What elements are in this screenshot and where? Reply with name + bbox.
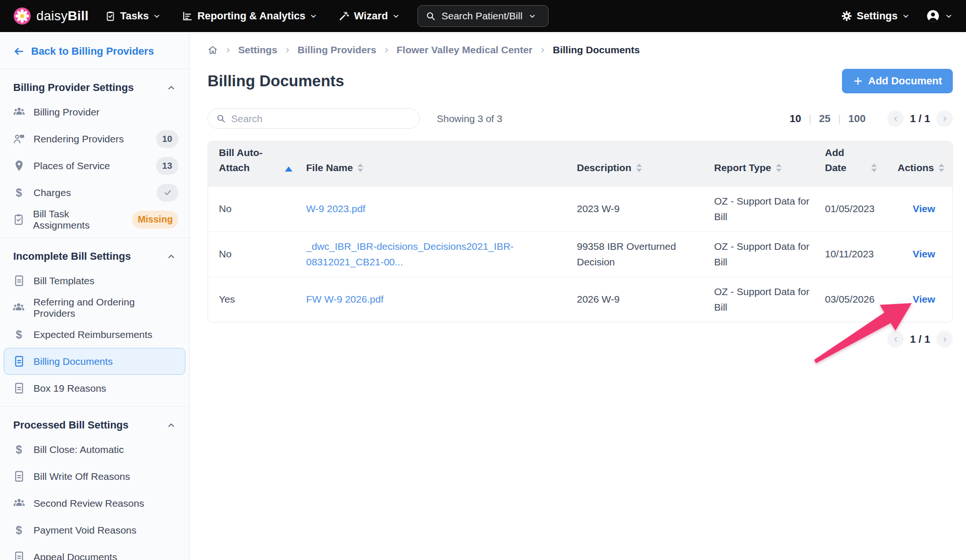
nav-wizard-menu[interactable]: Wizard	[338, 10, 400, 22]
sidebar-item-billing-documents[interactable]: Billing Documents	[4, 348, 185, 375]
sidebar-item-bill-task-assignments[interactable]: Bill Task Assignments Missing	[4, 206, 185, 233]
pagination-top: 1 / 1	[887, 110, 953, 127]
chevron-up-icon[interactable]	[167, 83, 176, 92]
cell-description: 2023 W-9	[577, 201, 620, 217]
dollar-icon: $	[12, 187, 26, 198]
section-title: Billing Provider Settings	[13, 82, 133, 94]
home-icon[interactable]	[208, 45, 218, 55]
brand-logo[interactable]: daisyBill	[13, 7, 89, 25]
nav-reporting-label: Reporting & Analytics	[197, 10, 305, 22]
dollar-icon: $	[12, 525, 26, 536]
page-size-10[interactable]: 10	[790, 113, 801, 125]
column-actions[interactable]: Actions	[898, 141, 953, 186]
column-add-date[interactable]: Add Date	[825, 141, 898, 186]
breadcrumb-separator-icon	[284, 47, 291, 54]
chevron-down-icon	[392, 12, 400, 20]
file-link[interactable]: FW W-9 2026.pdf	[306, 292, 383, 307]
chart-icon	[182, 10, 193, 22]
sidebar-item-bill-templates[interactable]: Bill Templates	[4, 267, 185, 294]
sidebar-item-places-of-service[interactable]: Places of Service 13	[4, 152, 185, 179]
people-plus-icon	[12, 106, 26, 118]
page-indicator: 1 / 1	[910, 333, 930, 346]
breadcrumb-billing-providers[interactable]: Billing Providers	[298, 44, 376, 56]
pagination-bottom: 1 / 1	[887, 331, 953, 347]
nav-settings-label: Settings	[857, 10, 898, 22]
nav-settings-menu[interactable]: Settings	[841, 10, 910, 22]
add-document-button[interactable]: Add Document	[842, 69, 953, 93]
file-link[interactable]: _dwc_IBR_IBR-decisions_Decisions2021_IBR…	[306, 239, 565, 270]
document-icon	[12, 382, 26, 395]
nav-reporting-menu[interactable]: Reporting & Analytics	[182, 10, 317, 22]
top-navbar: daisyBill Tasks Reporting & Analytics Wi…	[0, 0, 966, 32]
table-row: No W-9 2023.pdf 2023 W-9 OZ - Support Da…	[208, 186, 952, 231]
chevron-down-icon	[153, 12, 161, 20]
wand-icon	[338, 10, 350, 22]
global-search-button[interactable]: Search Patient/Bill	[417, 5, 549, 27]
column-bill-auto-attach[interactable]: Bill Auto-Attach	[219, 141, 306, 186]
sidebar-item-rendering-providers[interactable]: Rendering Providers 10	[4, 125, 185, 152]
breadcrumb-provider-name[interactable]: Flower Valley Medical Center	[397, 44, 533, 56]
main-content: Settings Billing Providers Flower Valley…	[190, 32, 966, 560]
breadcrumb-current: Billing Documents	[553, 44, 640, 56]
view-link[interactable]: View	[913, 247, 935, 262]
chevron-down-icon	[309, 12, 317, 20]
chevron-up-icon[interactable]	[167, 420, 176, 430]
column-file-name[interactable]: File Name	[306, 141, 577, 186]
search-icon	[216, 114, 226, 124]
view-link[interactable]: View	[913, 292, 935, 307]
back-to-billing-providers-link[interactable]: Back to Billing Providers	[0, 32, 189, 69]
nav-tasks-menu[interactable]: Tasks	[105, 10, 161, 22]
chevron-down-icon	[528, 12, 536, 20]
sidebar-item-charges[interactable]: $ Charges	[4, 179, 185, 206]
chevron-left-icon	[892, 115, 899, 123]
sidebar-item-billing-provider[interactable]: Billing Provider	[4, 99, 185, 125]
tasks-clipboard-icon	[105, 10, 116, 22]
chevron-up-icon[interactable]	[167, 252, 176, 261]
sidebar-item-second-review-reasons[interactable]: Second Review Reasons	[4, 490, 185, 517]
next-page-button[interactable]	[936, 110, 953, 127]
page-size-100[interactable]: 100	[848, 113, 866, 125]
column-report-type[interactable]: Report Type	[714, 141, 825, 186]
column-description[interactable]: Description	[577, 141, 714, 186]
page-size-25[interactable]: 25	[819, 113, 830, 125]
sidebar-item-bill-write-off-reasons[interactable]: Bill Write Off Reasons	[4, 463, 185, 490]
cell-report-type: OZ - Support Data for Bill	[714, 194, 813, 224]
count-badge: 10	[156, 130, 178, 148]
dollar-icon: $	[12, 444, 26, 455]
section-title: Processed Bill Settings	[13, 419, 129, 431]
brand-name: daisyBill	[36, 8, 89, 24]
chevron-down-icon	[902, 12, 910, 20]
cell-auto-attach: No	[219, 187, 306, 231]
dollar-icon: $	[12, 329, 26, 340]
location-pin-icon	[12, 159, 26, 172]
user-account-menu[interactable]	[926, 9, 953, 23]
sidebar-item-payment-void-reasons[interactable]: $ Payment Void Reasons	[4, 517, 185, 544]
plus-icon	[853, 76, 863, 86]
sidebar-item-bill-close-automatic[interactable]: $ Bill Close: Automatic	[4, 436, 185, 463]
next-page-button[interactable]	[936, 331, 953, 347]
table-row: No _dwc_IBR_IBR-decisions_Decisions2021_…	[208, 231, 952, 277]
breadcrumb-separator-icon	[539, 47, 546, 54]
gear-icon	[841, 10, 852, 22]
file-link[interactable]: W-9 2023.pdf	[306, 201, 366, 217]
view-link[interactable]: View	[913, 201, 935, 217]
sidebar-item-box-19-reasons[interactable]: Box 19 Reasons	[4, 375, 185, 402]
sidebar-item-expected-reimbursements[interactable]: $ Expected Reimbursements	[4, 321, 185, 348]
sidebar: Back to Billing Providers Billing Provid…	[0, 32, 190, 560]
prev-page-button[interactable]	[887, 331, 904, 347]
global-search-label: Search Patient/Bill	[441, 10, 523, 22]
missing-badge: Missing	[132, 211, 178, 229]
breadcrumb-settings[interactable]: Settings	[238, 44, 277, 56]
sort-icon	[358, 164, 363, 172]
breadcrumb-separator-icon	[383, 47, 390, 54]
sidebar-item-appeal-documents[interactable]: Appeal Documents	[4, 544, 185, 560]
sidebar-item-referring-ordering-providers[interactable]: Referring and Ordering Providers	[4, 294, 185, 321]
cell-auto-attach: No	[219, 232, 306, 277]
table-search-input[interactable]	[231, 113, 411, 124]
billing-documents-table: Bill Auto-Attach File Name Description R…	[208, 141, 953, 322]
cell-add-date: 03/05/2026	[825, 277, 898, 322]
page-title: Billing Documents	[208, 72, 344, 90]
chevron-right-icon	[941, 115, 949, 123]
sort-icon	[939, 164, 944, 172]
prev-page-button[interactable]	[887, 110, 904, 127]
